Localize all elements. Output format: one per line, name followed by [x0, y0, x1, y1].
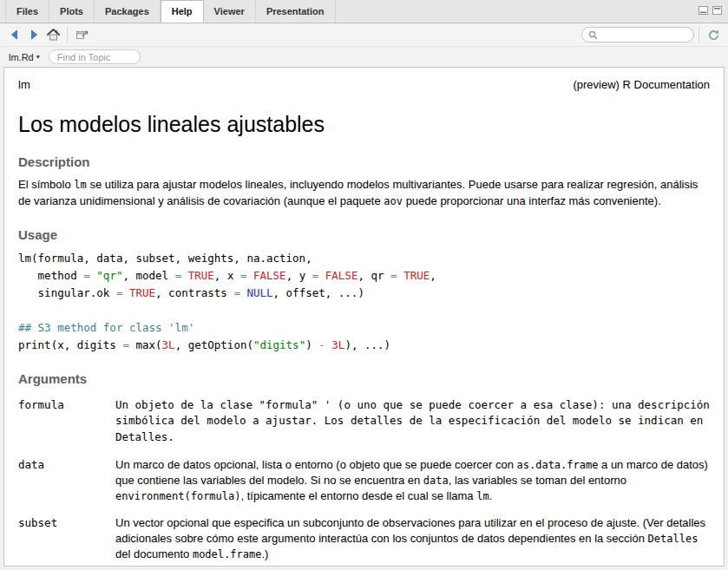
code-token: , model	[122, 269, 174, 282]
inline-code: environment(formula)	[115, 490, 241, 502]
code-token: , offset, ...)	[273, 286, 364, 299]
code-line: method = "qr", model = TRUE, x = FALSE, …	[18, 267, 710, 285]
section-heading-description: Description	[18, 154, 710, 169]
text-run: puede proporcionar una interfaz más conv…	[403, 194, 661, 207]
code-token: =	[122, 338, 129, 351]
minimize-icon[interactable]	[698, 6, 708, 15]
home-icon[interactable]	[43, 26, 62, 43]
code-token: max(	[129, 338, 162, 351]
argument-name: subset	[18, 515, 108, 562]
argument-name: data	[18, 457, 108, 504]
code-token	[246, 269, 253, 282]
code-token: , getOption(	[175, 338, 253, 351]
argument-row-formula: formulaUn objeto de la clase "formula" '…	[18, 397, 710, 446]
back-icon[interactable]	[5, 26, 24, 43]
code-line: singular.ok = TRUE, contrasts = NULL, of…	[18, 285, 710, 302]
code-token: print(x, digits	[18, 338, 122, 351]
code-token: ## S3 method for class 'lm'	[18, 321, 194, 334]
text-run: Un objeto de la clase "formula" ' (o uno…	[115, 398, 710, 444]
search-input[interactable]	[601, 29, 687, 41]
argument-row-data: dataUn marco de datos opcional, lista o …	[18, 457, 710, 504]
tab-plots[interactable]: Plots	[49, 0, 95, 23]
window-controls	[698, 6, 722, 15]
doc-meta-right: (preview) R Documentation	[573, 78, 710, 91]
code-token: =	[233, 286, 240, 299]
find-in-topic-input[interactable]	[49, 49, 141, 64]
pane-tab-bar: FilesPlotsPackagesHelpViewerPresentation	[0, 0, 728, 23]
code-token: ,	[430, 269, 436, 282]
chevron-down-icon: ▾	[36, 54, 40, 61]
code-token: , qr	[357, 269, 390, 282]
code-token: -	[318, 338, 325, 351]
tab-packages[interactable]: Packages	[95, 0, 161, 23]
open-in-new-window-icon[interactable]	[72, 26, 91, 43]
help-toolbar	[0, 23, 728, 47]
description-paragraph: El símbolo lm se utiliza para ajustar mo…	[18, 177, 710, 210]
topic-label: lm.Rd	[9, 52, 34, 62]
text-run: Un vector opcional que especifica un sub…	[115, 516, 705, 545]
code-token: TRUE	[188, 269, 214, 282]
code-token: "qr"	[96, 269, 122, 282]
search-icon	[588, 30, 598, 40]
code-token: singular.ok	[18, 286, 116, 299]
code-line: ## S3 method for class 'lm'	[18, 319, 710, 337]
text-run: .	[489, 489, 493, 502]
code-token: FALSE	[253, 269, 286, 282]
page-title: Los modelos lineales ajustables	[18, 112, 710, 137]
code-token: NULL	[246, 286, 272, 299]
text-run: , las variables se toman del entorno	[449, 474, 626, 487]
inline-code: as.data.frame	[517, 459, 599, 471]
code-token	[181, 269, 188, 282]
code-token: 3L	[162, 338, 175, 351]
argument-description: Un objeto de la clase "formula" ' (o uno…	[115, 397, 710, 446]
usage-code-block: lm(formula, data, subset, weights, na.ac…	[18, 250, 710, 354]
maximize-icon[interactable]	[712, 6, 722, 15]
argument-description: Un vector opcional que especifica un sub…	[115, 515, 710, 562]
arguments-table: formulaUn objeto de la clase "formula" '…	[18, 397, 710, 567]
inline-code: Detalles	[648, 533, 698, 545]
text-run: .)	[261, 547, 268, 560]
code-token: FALSE	[325, 269, 358, 282]
tab-strip: FilesPlotsPackagesHelpViewerPresentation	[0, 0, 336, 23]
code-token: 3L	[331, 338, 344, 351]
section-heading-usage: Usage	[18, 227, 710, 242]
code-line	[18, 302, 710, 319]
code-token: =	[390, 269, 397, 282]
toolbar-separator	[67, 27, 68, 43]
refresh-icon[interactable]	[704, 26, 723, 43]
toolbar-separator	[698, 27, 699, 43]
code-token	[122, 286, 129, 299]
tab-help[interactable]: Help	[161, 0, 204, 23]
text-run: , típicamente el entorno desde el cual s…	[241, 489, 477, 502]
argument-name: formula	[18, 397, 108, 446]
topic-selector[interactable]: lm.Rd ▾	[9, 52, 40, 62]
tab-files[interactable]: Files	[5, 0, 49, 23]
help-search-box[interactable]	[581, 27, 694, 43]
tab-viewer[interactable]: Viewer	[204, 0, 256, 23]
argument-row-subset: subsetUn vector opcional que especifica …	[18, 515, 710, 562]
code-line: lm(formula, data, subset, weights, na.ac…	[18, 250, 710, 267]
code-token: , contrasts	[155, 286, 233, 299]
inline-code: lm	[476, 490, 489, 502]
inline-code: aov	[384, 195, 403, 207]
text-run: El símbolo	[18, 178, 74, 191]
code-token: "digits"	[253, 338, 305, 351]
code-token: TRUE	[403, 269, 430, 282]
code-token: method	[18, 269, 83, 282]
code-token	[318, 269, 325, 282]
inline-code: data	[423, 475, 449, 487]
code-token: lm(formula, data, subset, weights, na.ac…	[18, 252, 312, 265]
inline-code: model.frame	[193, 548, 261, 560]
text-run: del documento	[115, 547, 193, 560]
help-pane: FilesPlotsPackagesHelpViewerPresentation	[0, 0, 728, 570]
tab-presentation[interactable]: Presentation	[256, 0, 336, 23]
forward-icon[interactable]	[24, 26, 43, 43]
doc-meta: lm (preview) R Documentation	[18, 78, 710, 91]
inline-code: lm	[74, 179, 86, 191]
code-token: )	[305, 338, 318, 351]
code-token: ), ...)	[344, 338, 390, 351]
code-line: print(x, digits = max(3L, getOption("dig…	[18, 337, 710, 354]
doc-meta-left: lm	[18, 78, 30, 91]
text-run: Un marco de datos opcional, lista o ento…	[115, 458, 517, 471]
code-token: , y	[286, 269, 312, 282]
